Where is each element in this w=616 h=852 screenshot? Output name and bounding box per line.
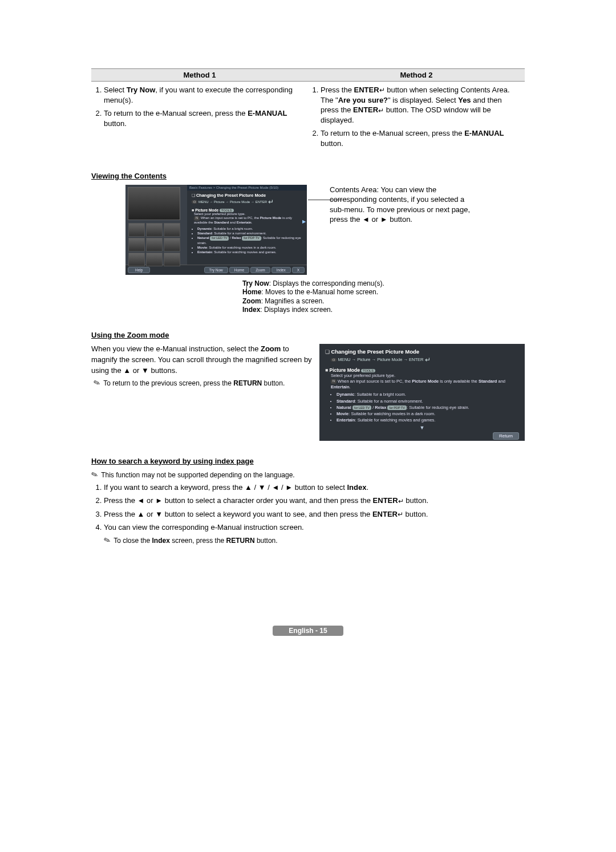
zoom-illustration: ❏ Changing the Preset Picture Mode O MEN… xyxy=(319,344,525,441)
breadcrumb: Basic Features > Changing the Preset Pic… xyxy=(187,185,307,190)
note-icon: ✎ xyxy=(90,469,100,480)
method2-header: Method 2 xyxy=(308,69,525,81)
sidebar-thumb xyxy=(146,253,163,266)
content-title: Changing the Preset Picture Mode xyxy=(196,193,266,198)
emanual-content-area: Basic Features > Changing the Preset Pic… xyxy=(187,185,307,265)
sidebar-thumb xyxy=(128,253,145,266)
trynow-button[interactable]: Try Now xyxy=(204,267,228,273)
sidebar-thumb xyxy=(128,223,145,237)
emanual-sidebar xyxy=(125,185,187,265)
zoom-path: O MENU → Picture → Picture Mode → ENTER … xyxy=(331,356,519,364)
next-page-arrow-icon[interactable]: ▶ xyxy=(302,219,306,224)
content-note: N When an input source is set to PC, the… xyxy=(194,216,302,225)
methods-body: Select Try Now, if you want to execute t… xyxy=(91,82,525,156)
sidebar-thumb xyxy=(146,223,163,237)
content-path: O MENU → Picture → Picture Mode → ENTER … xyxy=(192,198,302,206)
zoom-pm: Picture Mode xyxy=(330,367,360,373)
tools-badge: TOOLS xyxy=(361,369,375,372)
zoom-note: ✎ To return to the previous screen, pres… xyxy=(91,378,313,387)
viewing-heading: Viewing the Contents xyxy=(91,172,525,180)
note-icon: ✎ xyxy=(102,534,112,546)
zoom-select: Select your preferred picture type. xyxy=(331,373,519,379)
method1-step1: Select Try Now, if you want to execute t… xyxy=(104,85,303,105)
zoom-heading: Using the Zoom mode xyxy=(91,331,525,339)
index-step3: Press the ▲ or ▼ button to select a keyw… xyxy=(104,509,525,520)
sidebar-thumb xyxy=(164,223,180,237)
index-support-note: ✎ This function may not be supported dep… xyxy=(91,470,525,479)
method2-col: Press the ENTER↵ button when selecting C… xyxy=(308,82,525,156)
page-number: English - 15 xyxy=(273,626,343,636)
content-select: Select your preferred picture type. xyxy=(194,212,302,217)
index-step1: If you want to search a keyword, press t… xyxy=(104,482,525,493)
method2-step1: Press the ENTER↵ button when selecting C… xyxy=(321,85,520,125)
tools-badge: TOOLS xyxy=(220,209,234,212)
enter-icon: ↵ xyxy=(379,86,385,95)
scroll-down-icon[interactable]: ▼ xyxy=(325,425,519,431)
footer-buttons-callout: Try Now: Displays the corresponding menu… xyxy=(242,279,402,315)
method2-step2: To return to the e-Manual screen, press … xyxy=(321,128,520,148)
index-steps: If you want to search a keyword, press t… xyxy=(91,482,525,546)
note-icon: ✎ xyxy=(92,378,102,388)
home-button[interactable]: Home xyxy=(229,267,249,273)
zoom-button[interactable]: Zoom xyxy=(250,267,270,273)
page-footer: English - 15 xyxy=(91,626,525,636)
close-button[interactable]: X xyxy=(292,267,305,273)
zoom-bullets: Dynamic: Suitable for a bright room. Sta… xyxy=(325,391,519,423)
content-bullets: Dynamic: Suitable for a bright room. Sta… xyxy=(192,226,302,254)
index-heading: How to search a keyword by using index p… xyxy=(91,457,525,465)
sidebar-thumb xyxy=(128,187,180,220)
contents-area-callout: Contents Area: You can view the correspo… xyxy=(330,185,472,225)
zoom-paragraph: When you view the e-Manual instruction, … xyxy=(91,344,313,376)
sidebar-thumb xyxy=(164,253,180,266)
method1-step2: To return to the e-Manual screen, press … xyxy=(104,108,303,128)
sidebar-thumb xyxy=(128,238,145,251)
sidebar-thumb xyxy=(164,238,180,251)
zoom-note-inner: N When an input source is set to PC, the… xyxy=(331,379,519,390)
enter-icon: ↵ xyxy=(398,510,403,519)
picture-mode-title: Picture Mode xyxy=(195,208,218,212)
help-button[interactable]: Help xyxy=(128,267,150,273)
sidebar-thumb xyxy=(146,238,163,251)
index-step2: Press the ◄ or ► button to select a char… xyxy=(104,496,525,506)
zoom-title: Changing the Preset Picture Mode xyxy=(331,348,419,355)
method1-col: Select Try Now, if you want to execute t… xyxy=(91,82,308,156)
enter-icon: ↵ xyxy=(398,497,404,506)
index-button[interactable]: Index xyxy=(271,267,291,273)
emanual-illustration: Basic Features > Changing the Preset Pic… xyxy=(125,185,307,275)
enter-icon: ↵ xyxy=(378,106,384,115)
return-button[interactable]: Return xyxy=(493,432,519,440)
index-step4: You can view the corresponding e-Manual … xyxy=(104,522,525,545)
method-header: Method 1 Method 2 xyxy=(91,68,525,82)
method1-header: Method 1 xyxy=(91,69,308,81)
